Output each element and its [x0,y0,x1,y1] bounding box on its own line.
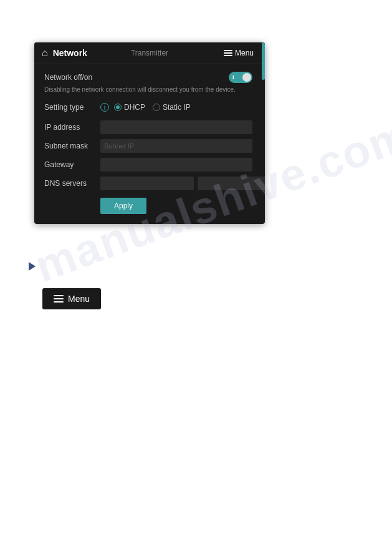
header-bar: ⌂ Network Transmitter Menu [34,42,265,64]
ip-address-input[interactable] [100,120,252,134]
apply-button-container: Apply [44,198,252,214]
toggle-knob [242,73,251,82]
ip-address-row: IP address [44,120,252,134]
dns-label: DNS servers [44,179,100,188]
toggle-container[interactable]: I [229,72,252,83]
gateway-label: Gateway [44,160,100,169]
dns-fields [100,177,265,190]
gateway-row: Gateway [44,158,252,172]
scroll-thumb [262,42,265,80]
toggle-track[interactable]: I [229,72,252,83]
bottom-menu-lines-icon [54,295,64,303]
radio-label-dhcp: DHCP [124,103,145,112]
subnet-mask-row: Subnet mask [44,139,252,153]
menu-label: Menu [235,49,254,57]
radio-inner-dhcp [116,105,120,109]
bottom-menu-button[interactable]: Menu [42,288,101,309]
radio-group: DHCP Static IP [114,103,191,112]
dns-field-1[interactable] [100,177,194,190]
network-toggle-label: Network off/on [44,73,229,82]
content-area: Network off/on I Disabling the network c… [34,64,265,224]
radio-dhcp[interactable]: DHCP [114,103,145,112]
radio-label-static: Static IP [163,103,191,112]
subnet-mask-input[interactable] [100,139,252,153]
scroll-indicator [262,42,265,64]
radio-outer-dhcp [114,104,122,111]
apply-button[interactable]: Apply [100,198,146,214]
toggle-i-label: I [232,74,234,80]
header-center-label: Transmitter [131,49,168,57]
device-panel: ⌂ Network Transmitter Menu Network off/o… [34,42,265,224]
menu-lines-icon [224,50,232,56]
home-icon[interactable]: ⌂ [42,47,48,59]
warning-text: Disabling the network connection will di… [44,85,252,94]
setting-type-label: Setting type [44,103,100,112]
bottom-menu-label: Menu [68,294,90,304]
dns-row: DNS servers [44,177,252,190]
setting-type-row: Setting type i DHCP Static IP [44,103,252,112]
radio-outer-static [153,104,160,111]
subnet-mask-label: Subnet mask [44,142,100,150]
menu-button[interactable]: Menu [220,47,257,59]
ip-address-label: IP address [44,123,100,132]
bullet-triangle [29,262,36,271]
network-toggle-row: Network off/on I [44,72,252,83]
info-icon[interactable]: i [100,103,109,112]
radio-static-ip[interactable]: Static IP [153,103,191,112]
gateway-input[interactable] [100,158,252,172]
dns-field-2[interactable] [198,177,265,190]
